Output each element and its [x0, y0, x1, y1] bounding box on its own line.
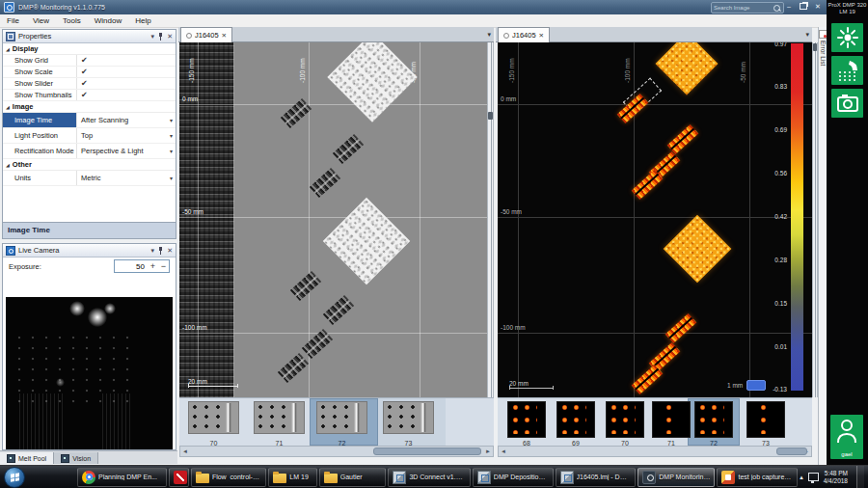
restore-button[interactable]	[797, 1, 810, 12]
printed-part-chip	[290, 271, 321, 301]
melt-pool-diamond	[664, 215, 732, 284]
tab-melt-pool[interactable]: Melt Pool	[0, 452, 54, 464]
thumbnail-69[interactable]: 69	[556, 401, 595, 438]
titlebar: DMP® Monitoring v1.1.0.775	[0, 0, 827, 14]
pin-icon[interactable]	[157, 32, 164, 41]
thumbnail-72-selected[interactable]: 72	[694, 401, 733, 438]
scale-bar: 20 mm	[509, 380, 554, 389]
menu-view[interactable]: View	[26, 14, 56, 27]
exposure-decrement-button[interactable]: −	[158, 261, 169, 271]
pin-icon[interactable]	[157, 246, 164, 255]
light-position-select[interactable]: Top	[76, 128, 176, 143]
melt-pool-icon	[7, 454, 15, 463]
checkbox-checked[interactable]	[81, 56, 88, 65]
laser-icon[interactable]	[831, 23, 863, 52]
scroll-left-icon[interactable]	[499, 448, 508, 454]
thumbnail-70[interactable]: 70	[606, 401, 644, 438]
minimize-button[interactable]	[782, 1, 796, 12]
show-hidden-icons[interactable]	[800, 474, 803, 481]
taskbar-item-lm19[interactable]: LM 19	[268, 468, 316, 487]
rectification-mode-select[interactable]: Perspective & Light	[76, 144, 176, 158]
show-desktop-button[interactable]	[856, 466, 864, 488]
left-viewer-tab[interactable]: J16405	[180, 27, 232, 42]
scroll-right-icon[interactable]	[483, 448, 493, 454]
window-list-icon[interactable]	[805, 31, 809, 39]
dmp-monitoring-window: DMP® Monitoring v1.1.0.775 File View Too…	[0, 0, 827, 465]
thumbnail-71[interactable]: 71	[652, 401, 691, 438]
document-icon	[186, 33, 192, 39]
slider-handle[interactable]	[488, 112, 493, 120]
exposure-increment-button[interactable]: +	[148, 261, 158, 271]
scroll-thumb[interactable]	[373, 447, 481, 455]
taskbar-item-gautier[interactable]: Gautier	[319, 468, 387, 487]
recoater-icon[interactable]	[831, 56, 863, 85]
printed-part-chip	[310, 168, 340, 198]
search-box[interactable]	[711, 2, 784, 14]
taskbar-item-planning[interactable]: Planning DMP En...	[77, 468, 167, 487]
units-select[interactable]: Metric	[76, 171, 176, 185]
tray-monitor-icon[interactable]	[808, 473, 819, 481]
user-badge[interactable]: gael	[830, 415, 863, 459]
taskbar-item-3d-connect[interactable]: 3D Connect v1.0.0...	[388, 468, 470, 487]
checkbox-checked[interactable]	[81, 91, 88, 99]
menu-file[interactable]: File	[0, 14, 26, 27]
taskbar-item-dmp-monitoring-active[interactable]: DMP Monitoring ...	[637, 468, 715, 487]
exposure-stepper[interactable]: 50 + −	[114, 259, 170, 273]
window-list-icon[interactable]	[487, 31, 491, 39]
start-button[interactable]	[4, 467, 25, 488]
right-viewer-image[interactable]: -150 mm -100 mm -50 mm 0 mm -50 mm -100 …	[498, 42, 812, 397]
taskbar-item-j16405[interactable]: J16405.lmj - DMP ...	[556, 468, 637, 487]
section-image[interactable]: ◢Image	[3, 101, 176, 113]
close-icon[interactable]: ✕	[167, 30, 173, 42]
clock[interactable]: 5:48 PM 4/4/2018	[824, 470, 848, 485]
colorbar-label: 0.56	[752, 170, 787, 176]
thumbnail-70[interactable]: 70	[188, 401, 239, 434]
taskbar-item-dmp-app[interactable]	[169, 468, 189, 487]
menu-tools[interactable]: Tools	[56, 14, 88, 27]
menu-help[interactable]: Help	[128, 14, 157, 27]
taskbar-item-dmp-deposition[interactable]: DMP Deposition -...	[473, 468, 554, 487]
right-viewer-tab[interactable]: J16405	[498, 27, 550, 42]
cube-icon	[477, 471, 491, 484]
melt-pool-badge[interactable]	[746, 380, 766, 391]
close-button[interactable]	[811, 1, 825, 12]
taskbar-item-test-job-capture[interactable]: test job capture.p...	[717, 468, 798, 487]
bright-spot	[104, 303, 116, 314]
thumbnail-68[interactable]: 68	[507, 401, 546, 438]
system-tray: 5:48 PM 4/4/2018	[800, 466, 866, 488]
right-thumbnail-scrollbar[interactable]	[498, 446, 812, 457]
folder-icon	[273, 474, 286, 483]
close-icon[interactable]: ✕	[167, 244, 173, 257]
tab-vision[interactable]: Vision	[54, 452, 98, 464]
checkbox-checked[interactable]	[81, 79, 88, 88]
scroll-left-icon[interactable]	[180, 448, 190, 454]
y-tick: 0 mm	[182, 95, 198, 102]
close-tab-icon[interactable]	[539, 32, 544, 40]
thumbnail-73[interactable]: 73	[746, 401, 785, 438]
menu-window[interactable]: Window	[88, 14, 128, 27]
exposure-value[interactable]: 50	[115, 262, 148, 271]
image-time-select[interactable]: After Scanning	[76, 113, 176, 127]
left-thumbnail-scrollbar[interactable]	[179, 446, 494, 457]
left-layer-slider[interactable]	[487, 42, 494, 397]
slider-handle[interactable]	[813, 43, 817, 51]
close-tab-icon[interactable]	[222, 32, 227, 40]
vision-icon	[61, 454, 69, 463]
thumbnail-72-selected[interactable]: 72	[316, 401, 367, 434]
left-thumbnail-strip: 70 71 72 73	[179, 397, 494, 446]
thumbnail-73[interactable]: 73	[383, 401, 434, 434]
panel-menu-icon[interactable]	[151, 30, 155, 42]
search-input[interactable]	[712, 5, 773, 11]
thumbnail-71[interactable]: 71	[254, 401, 305, 434]
left-viewer-image[interactable]: -150 mm -100 mm -50 mm 0 mm -50 mm -100 …	[179, 42, 487, 397]
row-image-time: Image Time After Scanning	[3, 113, 176, 128]
camera-icon[interactable]	[831, 89, 863, 118]
camera-icon	[6, 246, 15, 256]
section-other[interactable]: ◢Other	[3, 159, 176, 171]
printed-part-diamond	[327, 42, 417, 122]
panel-menu-icon[interactable]	[151, 244, 155, 257]
checkbox-checked[interactable]	[81, 68, 88, 76]
section-display[interactable]: ◢Display	[3, 43, 176, 55]
scroll-thumb[interactable]	[776, 447, 807, 455]
taskbar-item-flow-control[interactable]: Flow_control-FA...	[191, 468, 266, 487]
